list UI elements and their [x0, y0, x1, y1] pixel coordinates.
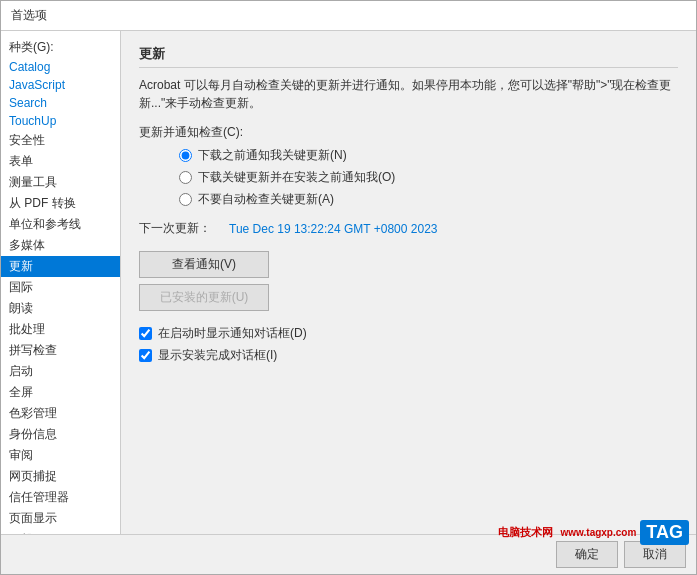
radio-label-no-auto-check: 不要自动检查关键更新(A): [198, 191, 334, 208]
sidebar-list: CatalogJavaScriptSearchTouchUp安全性表单测量工具从…: [1, 58, 120, 534]
checkbox-row-show-install-complete[interactable]: 显示安装完成对话框(I): [139, 347, 678, 364]
button-installed-updates[interactable]: 已安装的更新(U): [139, 284, 269, 311]
sidebar-item-touchup[interactable]: TouchUp: [1, 112, 120, 130]
sidebar-item-startup[interactable]: 启动: [1, 361, 120, 382]
sidebar-item-color-mgmt[interactable]: 色彩管理: [1, 403, 120, 424]
checkbox-label-show-notification-dialog: 在启动时显示通知对话框(D): [158, 325, 307, 342]
sidebar-item-trust-mgr[interactable]: 信任管理器: [1, 487, 120, 508]
checkbox-label-show-install-complete: 显示安装完成对话框(I): [158, 347, 277, 364]
sidebar-item-fullscreen[interactable]: 全屏: [1, 382, 120, 403]
sidebar-item-batch[interactable]: 批处理: [1, 319, 120, 340]
footer-button-cancel[interactable]: 取消: [624, 541, 686, 568]
next-update-value: Tue Dec 19 13:22:24 GMT +0800 2023: [229, 222, 437, 236]
sidebar-item-page-display[interactable]: 页面显示: [1, 508, 120, 529]
sidebar-item-measure[interactable]: 测量工具: [1, 172, 120, 193]
radio-group: 下载之前通知我关键更新(N)下载关键更新并在安装之前通知我(O)不要自动检查关键…: [179, 147, 678, 208]
radio-label-notify-before-install: 下载关键更新并在安装之前通知我(O): [198, 169, 395, 186]
content-area: 种类(G): CatalogJavaScriptSearchTouchUp安全性…: [1, 31, 696, 534]
button-row: 查看通知(V)已安装的更新(U): [139, 251, 678, 311]
sidebar: 种类(G): CatalogJavaScriptSearchTouchUp安全性…: [1, 31, 121, 534]
sidebar-item-spell[interactable]: 拼写检查: [1, 340, 120, 361]
sidebar-item-units[interactable]: 单位和参考线: [1, 214, 120, 235]
radio-item-no-auto-check[interactable]: 不要自动检查关键更新(A): [179, 191, 678, 208]
sidebar-item-search[interactable]: Search: [1, 94, 120, 112]
next-update-row: 下一次更新： Tue Dec 19 13:22:24 GMT +0800 202…: [139, 220, 678, 237]
radio-label-notify-before-download: 下载之前通知我关键更新(N): [198, 147, 347, 164]
description: Acrobat 可以每月自动检查关键的更新并进行通知。如果停用本功能，您可以选择…: [139, 76, 678, 112]
checkbox-show-install-complete[interactable]: [139, 349, 152, 362]
preferences-window: 首选项 种类(G): CatalogJavaScriptSearchTouchU…: [0, 0, 697, 575]
radio-notify-before-download[interactable]: [179, 149, 192, 162]
sidebar-item-multimedia[interactable]: 多媒体: [1, 235, 120, 256]
sidebar-item-review[interactable]: 审阅: [1, 445, 120, 466]
checkbox-section: 在启动时显示通知对话框(D)显示安装完成对话框(I): [139, 325, 678, 364]
sidebar-label: 种类(G):: [1, 35, 120, 58]
radio-group-label: 更新并通知检查(C):: [139, 124, 678, 141]
sidebar-item-catalog[interactable]: Catalog: [1, 58, 120, 76]
checkbox-show-notification-dialog[interactable]: [139, 327, 152, 340]
next-update-label: 下一次更新：: [139, 220, 229, 237]
title-bar: 首选项: [1, 1, 696, 31]
sidebar-item-web-capture[interactable]: 网页捕捉: [1, 466, 120, 487]
radio-item-notify-before-download[interactable]: 下载之前通知我关键更新(N): [179, 147, 678, 164]
sidebar-item-forms[interactable]: 表单: [1, 151, 120, 172]
sidebar-item-international[interactable]: 国际: [1, 277, 120, 298]
section-title: 更新: [139, 45, 678, 68]
radio-notify-before-install[interactable]: [179, 171, 192, 184]
sidebar-item-updates[interactable]: 更新: [1, 256, 120, 277]
checkbox-row-show-notification-dialog[interactable]: 在启动时显示通知对话框(D): [139, 325, 678, 342]
sidebar-item-reading[interactable]: 朗读: [1, 298, 120, 319]
sidebar-item-security[interactable]: 安全性: [1, 130, 120, 151]
footer-button-ok[interactable]: 确定: [556, 541, 618, 568]
sidebar-item-pdf-convert[interactable]: 从 PDF 转换: [1, 193, 120, 214]
sidebar-item-identity[interactable]: 身份信息: [1, 424, 120, 445]
radio-no-auto-check[interactable]: [179, 193, 192, 206]
window-title: 首选项: [11, 8, 47, 22]
button-check-notifications[interactable]: 查看通知(V): [139, 251, 269, 278]
footer-bar: 确定取消: [1, 534, 696, 574]
sidebar-item-javascript[interactable]: JavaScript: [1, 76, 120, 94]
main-panel: 更新 Acrobat 可以每月自动检查关键的更新并进行通知。如果停用本功能，您可…: [121, 31, 696, 534]
radio-item-notify-before-install[interactable]: 下载关键更新并在安装之前通知我(O): [179, 169, 678, 186]
